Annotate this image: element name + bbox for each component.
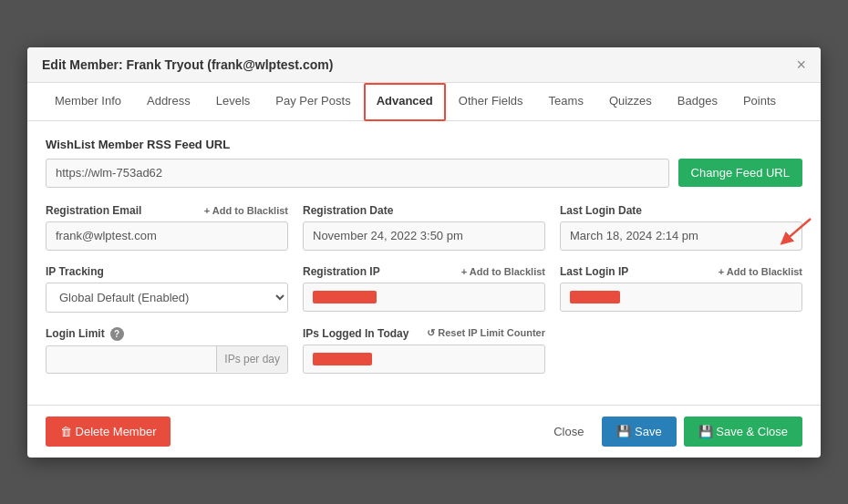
reset-ip-limit-link[interactable]: ↺ Reset IP Limit Counter (427, 327, 545, 339)
last-login-date-label: Last Login Date (560, 204, 802, 217)
ips-logged-label-row: IPs Logged In Today ↺ Reset IP Limit Cou… (303, 327, 545, 340)
tab-levels[interactable]: Levels (203, 83, 264, 120)
modal-close-button[interactable]: × (796, 57, 806, 73)
login-limit-suffix: IPs per day (216, 346, 287, 372)
feed-url-label: WishList Member RSS Feed URL (46, 138, 802, 151)
delete-member-button[interactable]: 🗑 Delete Member (46, 417, 171, 447)
add-blacklist-reg-ip[interactable]: + Add to Blacklist (461, 266, 545, 277)
fields-row-3: Login Limit ? IPs per day IPs Logged In … (46, 327, 802, 374)
modal-body: WishList Member RSS Feed URL https://wlm… (27, 121, 821, 405)
ips-logged-field: IPs Logged In Today ↺ Reset IP Limit Cou… (303, 327, 545, 374)
login-limit-field: Login Limit ? IPs per day (46, 327, 288, 374)
save-and-close-button[interactable]: 💾 Save & Close (684, 417, 802, 447)
last-login-date-value: March 18, 2024 2:14 pm (560, 221, 802, 251)
registration-ip-label-row: Registration IP + Add to Blacklist (303, 265, 545, 278)
login-limit-input-wrap: IPs per day (46, 345, 288, 374)
feed-url-suffix: 753ad62 (116, 166, 162, 180)
login-limit-label-row: Login Limit ? (46, 327, 288, 341)
last-login-ip-value (560, 283, 802, 312)
login-limit-input[interactable] (47, 346, 216, 373)
tab-points[interactable]: Points (730, 83, 789, 120)
modal-title: Edit Member: Frank Tryout (frank@wlptest… (42, 57, 333, 72)
tab-bar: Member Info Address Levels Pay Per Posts… (27, 83, 821, 121)
tab-badges[interactable]: Badges (665, 83, 730, 120)
empty-col (560, 327, 802, 374)
last-login-ip-field: Last Login IP + Add to Blacklist (560, 265, 802, 313)
feed-url-prefix: https://wlm- (56, 166, 116, 180)
registration-email-label: Registration Email (46, 204, 141, 217)
registration-ip-redacted (313, 291, 377, 303)
last-login-date-field: Last Login Date March 18, 2024 2:14 pm (560, 204, 802, 251)
add-blacklist-last-ip[interactable]: + Add to Blacklist (719, 266, 802, 277)
modal-header: Edit Member: Frank Tryout (frank@wlptest… (27, 47, 821, 83)
ip-tracking-label: IP Tracking (46, 265, 288, 278)
footer-actions: Close 💾 Save 💾 Save & Close (543, 417, 802, 447)
feed-url-input[interactable]: https://wlm- 753ad62 (46, 159, 669, 188)
change-feed-url-button[interactable]: Change Feed URL (678, 159, 802, 187)
tab-address[interactable]: Address (134, 83, 203, 120)
ips-logged-value (303, 345, 545, 374)
last-login-ip-label: Last Login IP (560, 265, 628, 278)
tab-quizzes[interactable]: Quizzes (596, 83, 665, 120)
tab-advanced[interactable]: Advanced (364, 83, 446, 121)
login-limit-help-icon[interactable]: ? (110, 327, 124, 341)
registration-date-value: November 24, 2022 3:50 pm (303, 221, 545, 251)
feed-url-row: https://wlm- 753ad62 Change Feed URL (46, 159, 802, 188)
registration-email-label-row: Registration Email + Add to Blacklist (46, 204, 288, 217)
tab-pay-per-posts[interactable]: Pay Per Posts (263, 83, 363, 120)
login-limit-label: Login Limit (46, 327, 105, 340)
registration-ip-label: Registration IP (303, 265, 380, 278)
tab-other-fields[interactable]: Other Fields (446, 83, 536, 120)
last-login-ip-label-row: Last Login IP + Add to Blacklist (560, 265, 802, 278)
modal-footer: 🗑 Delete Member Close 💾 Save 💾 Save & Cl… (27, 405, 821, 458)
registration-date-field: Registration Date November 24, 2022 3:50… (303, 204, 545, 251)
ips-logged-redacted (313, 353, 372, 365)
ips-logged-label: IPs Logged In Today (303, 327, 408, 340)
ip-tracking-select[interactable]: Global Default (Enabled) Enabled Disable… (46, 283, 288, 313)
registration-email-field: Registration Email + Add to Blacklist fr… (46, 204, 288, 251)
registration-date-label: Registration Date (303, 204, 545, 217)
registration-email-value: frank@wlptest.com (46, 221, 288, 251)
close-button[interactable]: Close (543, 417, 595, 446)
registration-ip-field: Registration IP + Add to Blacklist (303, 265, 545, 313)
add-blacklist-email[interactable]: + Add to Blacklist (204, 205, 288, 216)
last-login-ip-redacted (570, 291, 620, 303)
ip-tracking-field: IP Tracking Global Default (Enabled) Ena… (46, 265, 288, 313)
tab-teams[interactable]: Teams (536, 83, 596, 120)
tab-member-info[interactable]: Member Info (42, 83, 134, 120)
fields-row-1: Registration Email + Add to Blacklist fr… (46, 204, 802, 251)
edit-member-modal: Edit Member: Frank Tryout (frank@wlptest… (27, 47, 821, 458)
registration-ip-value (303, 283, 545, 312)
fields-row-2: IP Tracking Global Default (Enabled) Ena… (46, 265, 802, 313)
save-button[interactable]: 💾 Save (602, 417, 676, 447)
